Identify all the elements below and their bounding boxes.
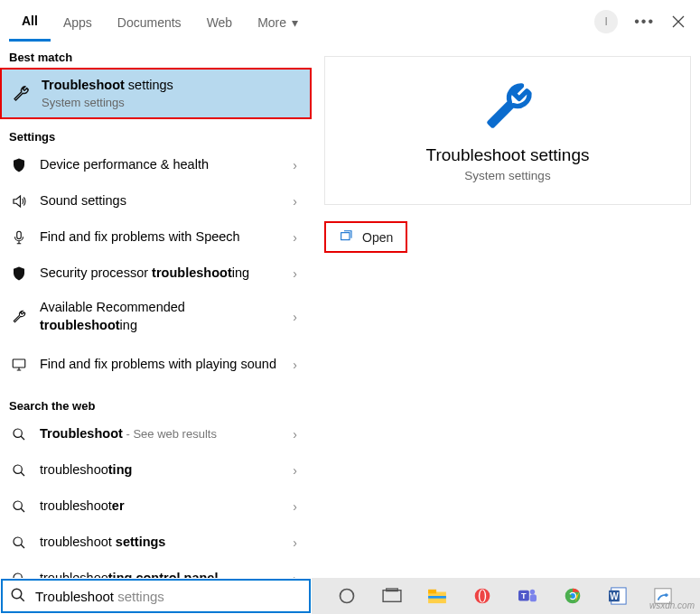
task-view-icon[interactable] <box>380 584 404 608</box>
cortana-icon[interactable] <box>335 584 359 608</box>
result-label: Security processor troubleshooting <box>40 265 278 283</box>
settings-item-playing-sound[interactable]: Find and fix problems with playing sound… <box>0 341 312 388</box>
svg-rect-13 <box>428 590 436 594</box>
best-match-result[interactable]: Troubleshoot settings System settings <box>0 68 312 119</box>
chevron-right-icon: › <box>293 535 303 550</box>
more-options-icon[interactable]: ••• <box>634 14 655 30</box>
chrome-icon[interactable] <box>561 584 584 608</box>
svg-rect-1 <box>13 359 25 367</box>
tab-more[interactable]: More ▾ <box>245 3 311 41</box>
settings-item-security-processor[interactable]: Security processor troubleshooting › <box>0 256 312 292</box>
tab-documents[interactable]: Documents <box>105 3 194 41</box>
svg-point-2 <box>14 429 22 437</box>
result-label: Find and fix problems with Speech <box>40 228 278 247</box>
opera-icon[interactable] <box>471 584 494 608</box>
chevron-right-icon: › <box>293 266 303 281</box>
search-icon <box>9 535 29 550</box>
svg-point-9 <box>341 590 354 603</box>
web-item-troubleshoot-settings[interactable]: troubleshoot settings › <box>0 525 312 561</box>
open-icon <box>339 228 353 246</box>
result-label: Sound settings <box>40 192 278 210</box>
settings-item-device-performance[interactable]: Device performance & health › <box>0 147 312 183</box>
microphone-icon <box>9 229 29 246</box>
settings-item-recommended-troubleshooting[interactable]: Available Recommended troubleshooting › <box>0 292 312 341</box>
search-input[interactable]: Troubleshoot settings <box>1 579 311 613</box>
preview-panel: Troubleshoot settings System settings <box>324 56 691 205</box>
svg-point-29 <box>665 593 668 597</box>
result-label: Troubleshoot - See web results <box>40 425 278 443</box>
result-label: Find and fix problems with playing sound <box>40 356 278 374</box>
web-item-troubleshoot[interactable]: Troubleshoot - See web results › <box>0 416 312 452</box>
svg-rect-14 <box>428 596 446 599</box>
user-avatar[interactable]: I <box>594 10 618 33</box>
svg-rect-0 <box>17 231 22 238</box>
speaker-icon <box>9 193 29 209</box>
svg-point-5 <box>14 537 22 545</box>
svg-point-20 <box>530 590 535 594</box>
file-explorer-icon[interactable] <box>425 584 449 608</box>
tab-all[interactable]: All <box>9 1 51 42</box>
svg-rect-21 <box>530 594 537 601</box>
result-label: troubleshooting control panel <box>40 570 278 578</box>
web-item-troubleshooting[interactable]: troubleshooting › <box>0 452 312 488</box>
chevron-right-icon: › <box>293 194 303 209</box>
chevron-down-icon: ▾ <box>288 15 298 30</box>
section-search-web: Search the web <box>0 388 312 416</box>
best-match-subtitle: System settings <box>42 95 297 111</box>
search-icon <box>9 427 29 442</box>
word-icon[interactable]: W <box>606 584 630 608</box>
teams-icon[interactable]: T <box>516 584 539 608</box>
chevron-right-icon: › <box>293 158 303 172</box>
open-label: Open <box>362 230 393 245</box>
svg-point-17 <box>480 590 485 601</box>
section-settings: Settings <box>0 119 312 147</box>
search-scope-tabs: All Apps Documents Web More ▾ I ••• <box>0 0 700 43</box>
result-label: troubleshooting <box>40 461 278 479</box>
best-match-title: Troubleshoot settings <box>42 77 297 95</box>
chevron-right-icon: › <box>293 230 303 245</box>
tab-apps[interactable]: Apps <box>51 3 105 41</box>
chevron-right-icon: › <box>293 427 303 442</box>
chevron-right-icon: › <box>293 358 303 372</box>
shield-icon <box>9 157 29 173</box>
web-item-troubleshooting-control-panel[interactable]: troubleshooting control panel › <box>0 561 312 578</box>
chevron-right-icon: › <box>293 310 303 324</box>
chevron-right-icon: › <box>293 499 303 514</box>
chevron-right-icon: › <box>293 463 303 478</box>
settings-item-sound[interactable]: Sound settings › <box>0 183 312 219</box>
search-icon <box>9 572 29 578</box>
svg-rect-7 <box>341 233 350 240</box>
preview-subtitle: System settings <box>334 169 681 182</box>
taskbar: T W <box>312 578 700 614</box>
section-best-match: Best match <box>0 43 312 68</box>
svg-text:W: W <box>610 591 619 601</box>
web-item-troubleshooter[interactable]: troubleshooter › <box>0 488 312 525</box>
svg-point-8 <box>12 589 22 599</box>
tab-web[interactable]: Web <box>194 3 246 41</box>
chevron-right-icon: › <box>293 572 303 578</box>
search-icon <box>9 499 29 514</box>
settings-item-speech[interactable]: Find and fix problems with Speech › <box>0 219 312 256</box>
result-label: troubleshooter <box>40 498 278 516</box>
shield-icon <box>9 265 29 282</box>
open-button[interactable]: Open <box>324 221 407 253</box>
monitor-icon <box>9 357 29 373</box>
search-text: Troubleshoot settings <box>35 589 164 604</box>
close-button[interactable] <box>671 14 686 29</box>
wrench-icon <box>9 309 29 325</box>
svg-rect-10 <box>383 591 401 602</box>
watermark: wsxdn.com <box>649 600 695 610</box>
wrench-icon <box>11 82 31 106</box>
svg-text:T: T <box>521 591 527 600</box>
svg-point-3 <box>14 465 22 473</box>
result-label: troubleshoot settings <box>40 534 278 552</box>
result-label: Available Recommended troubleshooting <box>40 299 278 334</box>
svg-point-4 <box>14 501 22 509</box>
search-icon <box>10 587 26 606</box>
wrench-icon <box>334 79 681 136</box>
svg-point-6 <box>14 573 22 578</box>
search-icon <box>9 463 29 478</box>
result-label: Device performance & health <box>40 156 278 174</box>
preview-title: Troubleshoot settings <box>334 145 681 165</box>
